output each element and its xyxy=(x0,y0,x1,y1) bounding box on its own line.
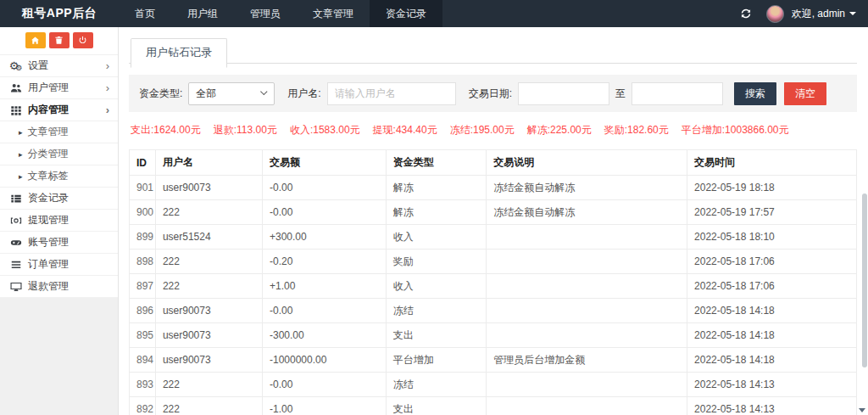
sidebar-item-account-mgmt[interactable]: 账号管理 xyxy=(0,232,118,254)
table-cell: 收入 xyxy=(386,225,486,250)
submenu-arrow-icon: ▸ xyxy=(19,150,23,159)
table-row: 897222+1.00收入2022-05-18 17:06 xyxy=(130,274,857,299)
sidebar: ⚙⚙设置›用户管理›内容管理›▸文章管理▸分类管理▸文章标签资金记录提现管理账号… xyxy=(0,27,119,415)
home-button[interactable] xyxy=(25,32,46,48)
table-cell: 2022-05-18 14:18 xyxy=(687,323,857,348)
table-cell: 2022-05-19 18:18 xyxy=(687,176,857,200)
list-icon xyxy=(9,192,22,205)
summary-item: 退款:113.00元 xyxy=(214,123,277,137)
table-cell xyxy=(487,225,687,250)
table-cell: -1.00 xyxy=(263,397,387,415)
sidebar-item-settings[interactable]: ⚙⚙设置› xyxy=(0,55,118,77)
sidebar-item-category-mgmt[interactable]: ▸分类管理 xyxy=(0,143,118,165)
summary-item: 解冻:225.00元 xyxy=(527,123,592,137)
clear-button[interactable]: 清空 xyxy=(784,82,826,105)
fund-summary: 支出:1624.00元退款:113.00元收入:1583.00元提现:434.4… xyxy=(131,123,855,137)
table-cell: 平台增加 xyxy=(386,348,486,373)
scrollbar-thumb[interactable] xyxy=(862,193,867,367)
users-icon xyxy=(9,81,22,94)
sidebar-item-label: 用户管理 xyxy=(28,81,69,95)
table-cell: 222 xyxy=(155,274,262,299)
nav-admins[interactable]: 管理员 xyxy=(234,0,297,27)
table-cell: 222 xyxy=(155,250,262,274)
fund-type-select[interactable]: 全部 xyxy=(188,82,275,105)
table-header-cell: ID xyxy=(130,150,156,176)
sidebar-item-refund-mgmt[interactable]: 退款管理 xyxy=(0,276,118,298)
date-to-input[interactable] xyxy=(632,82,723,105)
sidebar-item-user-mgmt[interactable]: 用户管理› xyxy=(0,77,118,99)
table-cell: 896 xyxy=(130,299,156,323)
sidebar-item-article-mgmt[interactable]: ▸文章管理 xyxy=(0,121,118,143)
power-button[interactable] xyxy=(73,32,93,48)
table-cell: 894 xyxy=(130,348,156,373)
table-header-cell: 资金类型 xyxy=(386,150,486,176)
table-header-cell: 交易时间 xyxy=(687,150,857,176)
table-cell: user90073 xyxy=(155,348,262,373)
summary-item: 收入:1583.00元 xyxy=(290,123,360,137)
table-cell: 2022-05-19 17:57 xyxy=(687,200,857,225)
date-to-label: 至 xyxy=(615,87,626,101)
nav-home[interactable]: 首页 xyxy=(119,0,171,27)
top-navbar: 租号APP后台 首页用户组管理员文章管理资金记录 欢迎, admin xyxy=(0,0,868,27)
user-avatar[interactable] xyxy=(766,5,784,23)
table-row: 901user90073-0.00解冻冻结金额自动解冻2022-05-19 18… xyxy=(130,176,857,200)
tab-user-diamond-records[interactable]: 用户钻石记录 xyxy=(131,38,227,68)
sidebar-item-withdraw-mgmt[interactable]: 提现管理 xyxy=(0,210,118,232)
date-label: 交易日期: xyxy=(469,87,512,101)
welcome-dropdown[interactable]: 欢迎, admin xyxy=(792,7,856,21)
sidebar-item-label: 文章标签 xyxy=(28,169,69,183)
nav-articles[interactable]: 文章管理 xyxy=(297,0,370,27)
gears-icon: ⚙⚙ xyxy=(9,59,22,72)
chevron-right-icon: › xyxy=(106,81,109,94)
table-cell: 2022-05-18 14:18 xyxy=(687,299,857,323)
scrollbar-down-arrow[interactable] xyxy=(859,408,865,412)
table-cell: +1.00 xyxy=(263,274,387,299)
table-cell: 901 xyxy=(130,176,156,200)
sidebar-item-label: 文章管理 xyxy=(28,125,69,139)
chevron-right-icon: › xyxy=(106,104,109,116)
main-content: 用户钻石记录 资金类型: 全部 用户名: 交易日期: 至 搜索 清空 支出:16… xyxy=(120,27,868,415)
table-cell: 2022-05-18 17:06 xyxy=(687,274,857,299)
table-cell xyxy=(487,274,687,299)
table-row: 893222-0.00冻结2022-05-18 14:13 xyxy=(130,373,857,397)
table-cell: 冻结金额自动解冻 xyxy=(487,200,687,225)
account-icon xyxy=(9,236,22,249)
table-header-cell: 交易说明 xyxy=(487,150,687,176)
filter-bar: 资金类型: 全部 用户名: 交易日期: 至 搜索 清空 xyxy=(129,75,857,112)
table-cell: 冻结 xyxy=(386,299,486,323)
sidebar-item-label: 退款管理 xyxy=(28,279,69,294)
date-from-input[interactable] xyxy=(518,82,609,105)
table-cell: 解冻 xyxy=(386,200,486,225)
monitor-icon xyxy=(9,280,22,293)
chevron-down-icon xyxy=(260,88,267,95)
main-nav: 首页用户组管理员文章管理资金记录 xyxy=(119,0,442,27)
nav-fund-records[interactable]: 资金记录 xyxy=(370,0,442,27)
bars-icon xyxy=(9,258,22,271)
sidebar-item-content-mgmt[interactable]: 内容管理› xyxy=(0,99,118,121)
app-brand[interactable]: 租号APP后台 xyxy=(0,0,119,27)
sidebar-item-order-mgmt[interactable]: 订单管理 xyxy=(0,254,118,276)
table-cell xyxy=(487,397,687,415)
table-cell: 895 xyxy=(130,323,156,348)
table-cell: 899 xyxy=(130,225,156,250)
home-icon xyxy=(31,36,40,45)
table-row: 892222-1.00支出2022-05-18 14:13 xyxy=(130,397,857,415)
chevron-right-icon: › xyxy=(106,59,109,72)
search-button[interactable]: 搜索 xyxy=(734,82,776,105)
table-cell: 222 xyxy=(155,397,262,415)
table-cell: 900 xyxy=(130,200,156,225)
sidebar-item-article-tags[interactable]: ▸文章标签 xyxy=(0,165,118,188)
sidebar-item-label: 订单管理 xyxy=(28,257,69,272)
table-cell: -0.00 xyxy=(263,176,387,200)
sidebar-item-fund-records[interactable]: 资金记录 xyxy=(0,188,118,210)
table-cell: 2022-05-18 14:13 xyxy=(687,397,857,415)
trash-button[interactable] xyxy=(49,32,70,48)
refresh-icon[interactable] xyxy=(740,8,752,20)
table-cell: 解冻 xyxy=(386,176,486,200)
table-cell: 222 xyxy=(155,373,262,397)
sidebar-item-label: 设置 xyxy=(28,59,48,73)
username-input[interactable] xyxy=(327,82,456,105)
nav-user-groups[interactable]: 用户组 xyxy=(171,0,234,27)
table-cell: -300.00 xyxy=(263,323,387,348)
username-label: 用户名: xyxy=(287,87,320,101)
